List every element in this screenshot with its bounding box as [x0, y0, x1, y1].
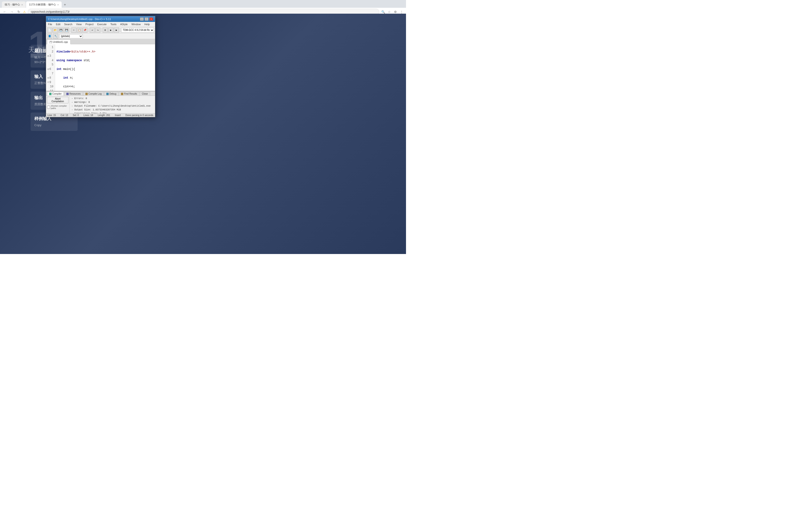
- code-editor[interactable]: #include<bits/stdc++.h> using namespace …: [55, 44, 155, 91]
- menu-file[interactable]: File: [47, 23, 53, 26]
- status-sel: Sel: 0: [73, 114, 79, 117]
- output-line-3: - Output Filename: C:\Users\Lihong\Deskt…: [71, 104, 153, 108]
- title-bar-buttons: — □ ×: [140, 17, 153, 21]
- toolbar-sep-4: [120, 28, 120, 33]
- shorten-paths-checkbox[interactable]: Shorten compiler paths: [47, 105, 68, 110]
- file-tab[interactable]: [*] Untitled1.cpp: [47, 40, 70, 44]
- title-bar: C:\Users\Lihong\Desktop\Untitled1.cpp - …: [46, 16, 155, 22]
- code-area[interactable]: 1 2 ⊞3 4 5 ⊞6 7 ⊞8 ⊟9 10 11 12 13 ⊞14 15…: [46, 44, 155, 91]
- status-length: Length: 261: [98, 114, 110, 117]
- menu-bar: File Edit Search View Project Execute To…: [46, 22, 155, 27]
- close-tab[interactable]: Close: [140, 92, 150, 95]
- toolbar-redo[interactable]: ↪: [95, 28, 100, 33]
- output-line-4: - Output Size: 1.83733463287354 MiB: [71, 108, 153, 112]
- window-title: C:\Users\Lihong\Desktop\Untitled1.cpp - …: [48, 18, 111, 20]
- toolbar-new[interactable]: 📄: [47, 28, 52, 33]
- menu-search[interactable]: Search: [63, 23, 74, 26]
- menu-help[interactable]: Help: [143, 23, 151, 26]
- tab-bar: [*] Untitled1.cpp: [46, 39, 155, 44]
- browser-tab-1[interactable]: 练习 - 编中心 ×: [2, 1, 26, 8]
- toolbar-sep-3: [101, 28, 102, 33]
- menu-execute[interactable]: Execute: [96, 23, 107, 26]
- toolbar-save[interactable]: 💾: [58, 28, 63, 33]
- status-bar: Line: 15 Col: 13 Sel: 0 Lines: 18 Length…: [46, 113, 155, 117]
- menu-project[interactable]: Project: [85, 23, 94, 26]
- abort-compilation-button[interactable]: Abort Compilation: [47, 97, 68, 103]
- debug-tab[interactable]: Debug: [104, 92, 118, 95]
- compile-log-tab[interactable]: Compile Log: [83, 92, 104, 95]
- menu-view[interactable]: View: [75, 23, 83, 26]
- compiler-tab[interactable]: Compiler: [47, 92, 64, 95]
- toolbar-compile[interactable]: ⚙: [103, 28, 108, 33]
- minimize-button[interactable]: —: [140, 17, 144, 21]
- toolbar-main: 📄 📂 💾 💾 ✂ 📋 📌 ↩ ↪ ⚙ ▶ ▶ TDM-GCC 4.9.2 64…: [46, 27, 155, 33]
- status-insert: Insert: [115, 114, 121, 117]
- toolbar-class-btn[interactable]: 📘: [47, 34, 52, 39]
- toolbar-copy[interactable]: 📋: [77, 28, 82, 33]
- toolbar-open[interactable]: 📂: [53, 28, 58, 33]
- toolbar-run[interactable]: ▶: [108, 28, 113, 33]
- add-tab-button[interactable]: +: [62, 2, 68, 7]
- status-lines: Lines: 18: [84, 114, 93, 117]
- section-text-sample: Copy: [34, 123, 74, 128]
- status-done: Done parsing in 0 seconds: [126, 114, 153, 117]
- toolbar-undo[interactable]: ↩: [90, 28, 95, 33]
- compiler-select[interactable]: TDM-GCC 4.9.2 64-bit Release: [121, 28, 154, 33]
- bottom-panel: Compiler Resources Compile Log Debug Fin…: [46, 91, 155, 113]
- output-line-2: - Warnings: 0: [71, 100, 153, 104]
- menu-astyle[interactable]: AStyle: [119, 23, 129, 26]
- toolbar-debug-btn[interactable]: 🔧: [53, 34, 58, 39]
- status-line: Line: 15: [48, 114, 56, 117]
- devcpp-window: C:\Users\Lihong\Desktop\Untitled1.cpp - …: [46, 16, 155, 117]
- maximize-button[interactable]: □: [145, 17, 148, 21]
- menu-edit[interactable]: Edit: [55, 23, 61, 26]
- browser-tab-2-close[interactable]: ×: [57, 3, 59, 6]
- browser-tab-2[interactable]: 1173:分解质数 - 编中心 ×: [26, 1, 62, 8]
- toolbar-secondary: 📘 🔧 {globals}: [46, 33, 155, 39]
- menu-tools[interactable]: Tools: [109, 23, 117, 26]
- toolbar-sep-2: [88, 28, 89, 33]
- globals-select[interactable]: {globals}: [59, 34, 83, 38]
- browser-tab-1-close[interactable]: ×: [21, 3, 23, 6]
- toolbar-saveall[interactable]: 💾: [64, 28, 69, 33]
- toolbar-compilerun[interactable]: ▶: [114, 28, 119, 33]
- browser-tabs: 练习 - 编中心 × 1173:分解质数 - 编中心 × +: [0, 0, 406, 8]
- menu-window[interactable]: Window: [131, 23, 142, 26]
- status-col: Col: 13: [61, 114, 68, 117]
- security-icon: ⚠: [23, 10, 26, 14]
- find-results-tab[interactable]: Find Results: [119, 92, 139, 95]
- line-numbers: 1 2 ⊞3 4 5 ⊞6 7 ⊞8 ⊟9 10 11 12 13 ⊞14 15…: [46, 44, 55, 91]
- toolbar-cut[interactable]: ✂: [71, 28, 77, 33]
- toolbar-paste[interactable]: 📌: [83, 28, 88, 33]
- browser-tab-1-label: 练习 - 编中心: [5, 3, 20, 6]
- output-line-1: - Errors: 0: [71, 97, 153, 100]
- toolbar-sep-1: [70, 28, 70, 33]
- browser-tab-2-label: 1173:分解质数 - 编中心: [29, 3, 56, 6]
- bottom-tabs: Compiler Resources Compile Log Debug Fin…: [46, 91, 155, 96]
- close-button[interactable]: ×: [149, 17, 153, 21]
- resources-tab[interactable]: Resources: [64, 92, 83, 95]
